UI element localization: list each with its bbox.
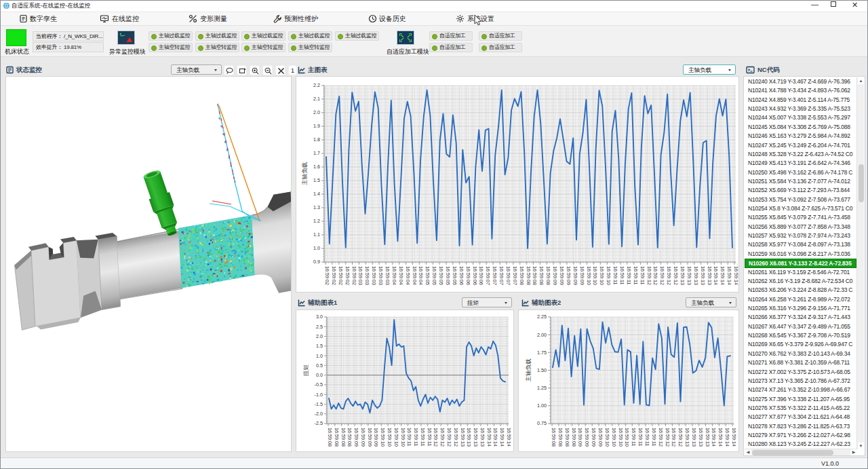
svg-text:16:59:11: 16:59:11 xyxy=(427,428,433,446)
svg-text:16:59:11: 16:59:11 xyxy=(637,428,644,446)
svg-text:16:59:06: 16:59:06 xyxy=(472,266,478,285)
svg-text:16:59:09: 16:59:09 xyxy=(584,428,590,447)
svg-text:16:59:10: 16:59:10 xyxy=(400,428,406,447)
svg-text:16:59:11: 16:59:11 xyxy=(631,428,637,446)
svg-text:16:59:14: 16:59:14 xyxy=(713,266,719,285)
svg-text:16:59:02: 16:59:02 xyxy=(331,266,337,285)
svg-text:16:59:11: 16:59:11 xyxy=(639,266,646,284)
svg-text:1.8: 1.8 xyxy=(313,136,320,143)
svg-text:16:59:12: 16:59:12 xyxy=(453,428,459,447)
svg-text:16:59:11: 16:59:11 xyxy=(413,428,419,446)
svg-text:1.5: 1.5 xyxy=(316,343,323,349)
svg-text:16:59:11: 16:59:11 xyxy=(633,266,639,284)
svg-text:16:59:05: 16:59:05 xyxy=(445,266,451,285)
svg-text:1.50: 1.50 xyxy=(537,367,547,373)
svg-text:16:59:13: 16:59:13 xyxy=(686,266,692,285)
svg-text:16:59:08: 16:59:08 xyxy=(551,428,557,447)
svg-text:16:59:02: 16:59:02 xyxy=(324,266,330,285)
svg-text:16:59:12: 16:59:12 xyxy=(666,266,672,285)
svg-text:16:59:05: 16:59:05 xyxy=(438,266,444,285)
svg-text:16:59:13: 16:59:13 xyxy=(705,428,711,447)
svg-text:16:59:12: 16:59:12 xyxy=(677,428,684,447)
svg-text:16:59:10: 16:59:10 xyxy=(606,266,612,285)
svg-text:16:59:12: 16:59:12 xyxy=(665,428,671,447)
svg-text:16:59:09: 16:59:09 xyxy=(579,266,585,285)
svg-text:1.0: 1.0 xyxy=(316,353,323,359)
svg-text:16:59:07: 16:59:07 xyxy=(498,266,505,285)
svg-text:2.25: 2.25 xyxy=(537,314,547,320)
svg-text:16:59:13: 16:59:13 xyxy=(691,428,697,447)
svg-text:1.5: 1.5 xyxy=(313,177,320,183)
svg-text:16:59:07: 16:59:07 xyxy=(505,266,511,285)
svg-text:16:59:08: 16:59:08 xyxy=(327,428,333,447)
svg-text:16:59:08: 16:59:08 xyxy=(545,266,551,285)
svg-text:16:59:09: 16:59:09 xyxy=(577,428,583,447)
svg-text:16:59:08: 16:59:08 xyxy=(564,428,570,447)
svg-text:16:59:06: 16:59:06 xyxy=(465,266,471,285)
svg-text:16:59:13: 16:59:13 xyxy=(707,266,713,285)
svg-text:16:59:10: 16:59:10 xyxy=(624,428,630,447)
svg-text:16:59:08: 16:59:08 xyxy=(340,428,347,447)
svg-text:16:59:02: 16:59:02 xyxy=(338,266,344,285)
svg-text:主轴负载: 主轴负载 xyxy=(301,162,308,186)
svg-text:16:59:14: 16:59:14 xyxy=(719,266,726,285)
svg-text:16:59:10: 16:59:10 xyxy=(586,266,592,285)
svg-text:-2.0: -2.0 xyxy=(315,411,323,417)
svg-text:1.00: 1.00 xyxy=(537,402,547,409)
svg-text:16:59:10: 16:59:10 xyxy=(604,428,610,447)
svg-text:16:59:03: 16:59:03 xyxy=(364,266,370,285)
svg-text:16:59:11: 16:59:11 xyxy=(651,428,657,446)
svg-text:16:59:14: 16:59:14 xyxy=(731,428,737,447)
svg-text:-1.5: -1.5 xyxy=(315,401,323,407)
svg-text:16:59:04: 16:59:04 xyxy=(398,266,404,285)
svg-text:-1.0: -1.0 xyxy=(315,392,323,398)
svg-text:16:59:02: 16:59:02 xyxy=(344,266,351,285)
svg-text:16:59:14: 16:59:14 xyxy=(733,266,739,285)
svg-text:16:59:10: 16:59:10 xyxy=(599,266,605,285)
svg-text:16:59:11: 16:59:11 xyxy=(644,428,650,446)
svg-text:16:59:09: 16:59:09 xyxy=(597,428,604,447)
svg-text:1.7: 1.7 xyxy=(313,150,320,156)
svg-text:16:59:13: 16:59:13 xyxy=(466,428,472,447)
svg-text:16:59:13: 16:59:13 xyxy=(460,428,466,447)
svg-text:16:59:12: 16:59:12 xyxy=(673,266,679,285)
svg-text:16:59:08: 16:59:08 xyxy=(347,428,353,447)
svg-text:1.9: 1.9 xyxy=(313,123,320,129)
svg-text:16:59:10: 16:59:10 xyxy=(393,428,399,447)
svg-text:16:59:13: 16:59:13 xyxy=(479,428,486,447)
svg-text:16:59:11: 16:59:11 xyxy=(420,428,426,446)
svg-text:16:59:04: 16:59:04 xyxy=(412,266,418,285)
svg-text:1.3: 1.3 xyxy=(313,204,320,210)
svg-text:16:59:09: 16:59:09 xyxy=(360,428,366,447)
svg-text:16:59:10: 16:59:10 xyxy=(618,428,624,447)
svg-text:0.75: 0.75 xyxy=(537,420,547,426)
svg-text:1.4: 1.4 xyxy=(313,191,320,197)
svg-text:16:59:09: 16:59:09 xyxy=(591,428,597,447)
svg-text:16:59:13: 16:59:13 xyxy=(684,428,690,447)
svg-text:16:59:11: 16:59:11 xyxy=(406,428,412,446)
svg-text:16:59:03: 16:59:03 xyxy=(371,266,377,285)
svg-text:16:59:12: 16:59:12 xyxy=(671,428,677,447)
svg-text:16:59:14: 16:59:14 xyxy=(506,428,512,447)
svg-text:16:59:09: 16:59:09 xyxy=(559,266,565,285)
svg-text:-2.5: -2.5 xyxy=(315,420,323,426)
svg-text:2.1: 2.1 xyxy=(313,96,320,102)
svg-text:16:59:14: 16:59:14 xyxy=(486,428,492,447)
svg-text:扭矩: 扭矩 xyxy=(302,364,309,377)
svg-text:16:59:06: 16:59:06 xyxy=(458,266,465,285)
svg-text:16:59:03: 16:59:03 xyxy=(357,266,363,285)
svg-text:16:59:11: 16:59:11 xyxy=(619,266,625,284)
svg-text:16:59:07: 16:59:07 xyxy=(492,266,498,285)
svg-text:16:59:09: 16:59:09 xyxy=(552,266,558,285)
svg-text:16:59:14: 16:59:14 xyxy=(499,428,505,447)
svg-text:16:59:05: 16:59:05 xyxy=(425,266,431,285)
svg-text:16:59:12: 16:59:12 xyxy=(646,266,652,285)
svg-text:16:59:08: 16:59:08 xyxy=(526,266,532,285)
svg-text:16:59:13: 16:59:13 xyxy=(698,428,704,447)
svg-text:1.75: 1.75 xyxy=(537,350,547,356)
svg-text:16:59:04: 16:59:04 xyxy=(391,266,397,285)
svg-text:2.00: 2.00 xyxy=(537,332,547,338)
svg-text:16:59:09: 16:59:09 xyxy=(353,428,359,447)
svg-text:16:59:05: 16:59:05 xyxy=(431,266,437,285)
svg-text:2.2: 2.2 xyxy=(313,82,320,88)
